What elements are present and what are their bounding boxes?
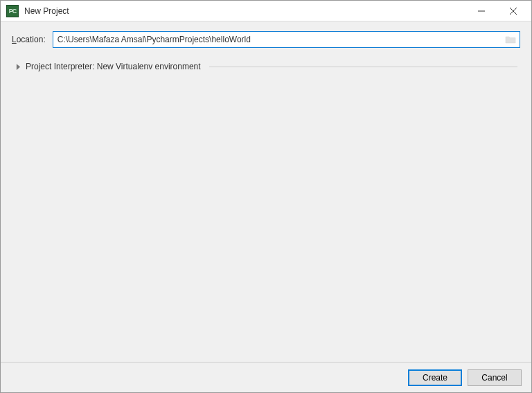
cancel-button[interactable]: Cancel	[468, 369, 522, 386]
pycharm-icon: PC	[6, 5, 19, 17]
divider-line	[209, 67, 517, 67]
dialog-footer: Create Cancel	[1, 362, 531, 392]
content-spacer	[12, 73, 520, 355]
minimize-button[interactable]	[466, 1, 497, 21]
svg-marker-3	[16, 64, 19, 70]
location-input-container	[53, 31, 520, 48]
interpreter-label: Project Interpreter: New Virtualenv envi…	[26, 62, 201, 71]
interpreter-section[interactable]: Project Interpreter: New Virtualenv envi…	[12, 60, 520, 73]
titlebar: PC New Project	[1, 1, 531, 21]
location-row: Location:	[12, 31, 520, 48]
create-button[interactable]: Create	[408, 369, 462, 386]
location-label: Location:	[12, 35, 46, 44]
browse-folder-icon[interactable]	[504, 35, 517, 44]
location-input[interactable]	[57, 35, 504, 44]
window-title: New Project	[24, 6, 466, 16]
close-button[interactable]	[498, 1, 529, 21]
window-controls	[466, 1, 529, 21]
dialog-content: Location: Project Interpreter: New Virtu…	[1, 21, 531, 362]
chevron-right-icon[interactable]	[15, 63, 21, 70]
new-project-dialog: PC New Project Location:	[0, 0, 532, 393]
